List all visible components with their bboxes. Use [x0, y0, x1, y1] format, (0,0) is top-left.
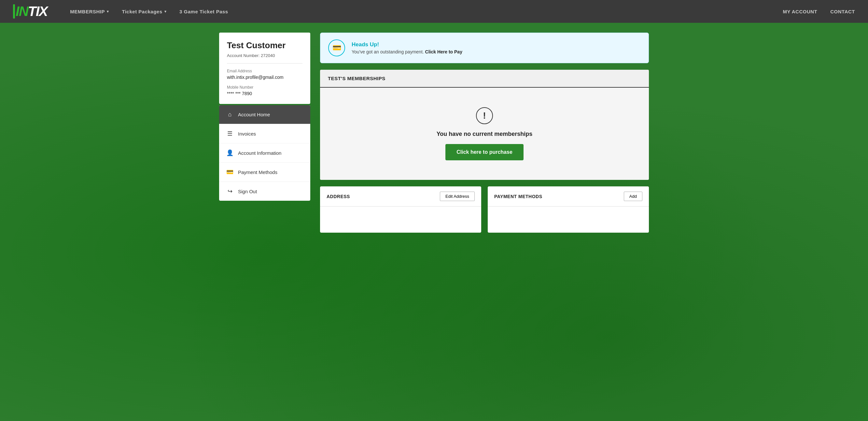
edit-address-button[interactable]: Edit Address [440, 192, 475, 201]
alert-text: Heads Up! You've got an outstanding paym… [352, 41, 462, 54]
person-icon: 👤 [226, 149, 234, 157]
nav-3-game-pass[interactable]: 3 Game Ticket Pass [179, 9, 228, 15]
sidebar-item-invoices[interactable]: ☰ Invoices [219, 124, 310, 143]
sidebar-item-account-information[interactable]: 👤 Account Information [219, 143, 310, 163]
add-payment-method-button[interactable]: Add [624, 192, 642, 201]
nav-membership[interactable]: MEMBERSHIP ▾ [70, 9, 109, 15]
email-value: with.intix.profile@gmail.com [227, 75, 303, 80]
alert-body: You've got an outstanding payment. Click… [352, 49, 462, 54]
alert-icon-wrap: 💳 [328, 39, 345, 56]
warning-icon: ! [476, 107, 493, 124]
account-number: Account Number: 272040 [227, 53, 303, 63]
mobile-value: **** *** 7890 [227, 91, 303, 96]
main-container: Test Customer Account Number: 272040 Ema… [206, 23, 662, 243]
profile-card: Test Customer Account Number: 272040 Ema… [219, 33, 310, 104]
logo[interactable]: INTIX [13, 4, 47, 19]
address-card: ADDRESS Edit Address [320, 187, 481, 233]
purchase-button[interactable]: Click here to purchase [445, 144, 524, 160]
mobile-label: Mobile Number [227, 85, 303, 90]
alert-title: Heads Up! [352, 41, 462, 48]
home-icon: ⌂ [226, 111, 234, 118]
email-label: Email Address [227, 69, 303, 73]
chevron-down-icon: ▾ [164, 9, 167, 14]
payment-methods-card-header: PAYMENT METHODS Add [488, 187, 649, 206]
pay-link[interactable]: Click Here to Pay [425, 49, 462, 54]
nav-my-account[interactable]: MY ACCOUNT [783, 9, 817, 15]
payment-methods-card: PAYMENT METHODS Add [488, 187, 649, 233]
nav-ticket-packages[interactable]: Ticket Packages ▾ [122, 9, 166, 15]
card-icon: 💳 [226, 168, 234, 176]
memberships-card: TEST'S MEMBERSHIPS ! You have no current… [320, 70, 649, 180]
sidebar-item-sign-out[interactable]: ↪ Sign Out [219, 182, 310, 201]
no-membership-text: You have no current memberships [437, 131, 533, 138]
memberships-body: ! You have no current memberships Click … [320, 88, 649, 180]
profile-name: Test Customer [227, 40, 303, 51]
payment-methods-card-body [488, 206, 649, 233]
credit-card-icon: 💳 [333, 44, 341, 52]
address-card-header: ADDRESS Edit Address [320, 187, 481, 206]
main-content: 💳 Heads Up! You've got an outstanding pa… [320, 33, 649, 233]
sidebar-item-payment-methods[interactable]: 💳 Payment Methods [219, 163, 310, 182]
alert-banner: 💳 Heads Up! You've got an outstanding pa… [320, 33, 649, 63]
memberships-header: TEST'S MEMBERSHIPS [320, 70, 649, 88]
invoice-icon: ☰ [226, 130, 234, 137]
navbar: INTIX MEMBERSHIP ▾ Ticket Packages ▾ 3 G… [0, 0, 868, 23]
nav-contact[interactable]: CONTACT [830, 9, 855, 15]
sidebar-menu: ⌂ Account Home ☰ Invoices 👤 Account Info… [219, 105, 310, 201]
sidebar-item-account-home[interactable]: ⌂ Account Home [219, 105, 310, 124]
bottom-cards: ADDRESS Edit Address PAYMENT METHODS Add [320, 187, 649, 233]
sidebar: Test Customer Account Number: 272040 Ema… [219, 33, 310, 233]
signout-icon: ↪ [226, 188, 234, 195]
chevron-down-icon: ▾ [107, 9, 109, 14]
address-card-body [320, 206, 481, 233]
